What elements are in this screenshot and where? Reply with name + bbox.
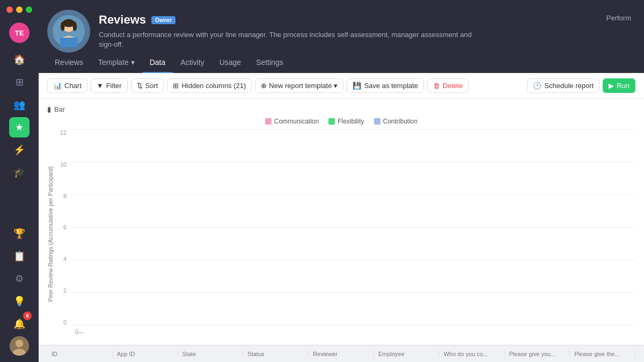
table-col-4: Reviewer xyxy=(309,351,374,357)
filter-icon: ▼ xyxy=(97,82,104,90)
user-avatar-sidebar[interactable]: TE xyxy=(9,23,30,43)
user-avatar-bottom[interactable] xyxy=(10,336,29,356)
chart-inner: 12 10 8 6 4 2 0 xyxy=(58,129,635,338)
header-title-row: Reviews Owner xyxy=(99,13,598,27)
content-area: 📊 Chart ▼ Filter ⇅ Sort ⊞ Hidden columns… xyxy=(39,73,644,362)
sidebar-item-grid[interactable]: ⊞ xyxy=(9,72,30,92)
save-template-button[interactable]: 💾 Save as template xyxy=(347,78,423,93)
header: Reviews Owner Conduct a performance revi… xyxy=(39,0,644,53)
sidebar-item-people[interactable]: 👥 xyxy=(9,95,30,115)
notification-wrap: 🔔 8 xyxy=(9,314,30,334)
svg-point-9 xyxy=(73,21,77,31)
chart-section: ▮ Bar Communication Flexibility Contribu… xyxy=(39,99,644,345)
chevron-down-icon: ▾ xyxy=(131,58,135,67)
sidebar-item-home[interactable]: 🏠 xyxy=(9,49,30,70)
legend-dot-communication xyxy=(265,118,272,125)
owner-badge: Owner xyxy=(151,16,175,24)
schedule-report-button[interactable]: 🕐 Schedule report xyxy=(527,78,599,93)
hidden-columns-button[interactable]: ⊞ Hidden columns (21) xyxy=(167,78,252,93)
run-button[interactable]: ▶ Run xyxy=(603,78,635,93)
sidebar-item-lightbulb[interactable]: 💡 xyxy=(9,291,30,312)
table-col-2: State xyxy=(178,351,244,357)
bar-chart-icon: ▮ xyxy=(47,105,51,113)
sort-button[interactable]: ⇅ Sort xyxy=(131,78,164,93)
traffic-lights xyxy=(0,6,32,13)
traffic-light-yellow[interactable] xyxy=(16,6,23,13)
header-avatar xyxy=(47,10,90,53)
sort-icon: ⇅ xyxy=(137,82,143,90)
tab-settings[interactable]: Settings xyxy=(248,53,291,73)
page-title: Reviews xyxy=(99,13,146,27)
table-col-1: App ID xyxy=(113,351,178,357)
table-col-3: Status xyxy=(243,351,309,357)
sidebar-item-leaderboard[interactable]: 🏆 xyxy=(9,223,30,244)
tab-activity[interactable]: Activity xyxy=(173,53,211,73)
svg-rect-6 xyxy=(60,38,78,47)
save-icon: 💾 xyxy=(353,82,361,90)
run-icon: ▶ xyxy=(609,82,614,90)
svg-point-1 xyxy=(16,339,23,347)
notification-badge: 8 xyxy=(23,312,32,320)
delete-button[interactable]: 🗑 Delete xyxy=(427,78,469,93)
legend-dot-flexibility xyxy=(328,118,335,125)
template-icon: ⊕ xyxy=(261,82,267,90)
grid-lines xyxy=(71,129,635,325)
y-axis-label: Peer Review Ratings (Accumulative per Pa… xyxy=(47,129,54,338)
table-col-8: Please give the... xyxy=(570,351,635,357)
chart-legend: Communication Flexibility Contribution xyxy=(47,118,635,125)
toolbar: 📊 Chart ▼ Filter ⇅ Sort ⊞ Hidden columns… xyxy=(39,73,644,99)
table-col-5: Employee xyxy=(374,351,440,357)
tab-data[interactable]: Data xyxy=(142,53,173,73)
header-right: Perform xyxy=(606,10,631,22)
svg-point-8 xyxy=(61,21,65,31)
main-content: Reviews Owner Conduct a performance revi… xyxy=(39,0,644,362)
delete-icon: 🗑 xyxy=(433,82,440,90)
columns-icon: ⊞ xyxy=(173,82,179,90)
sidebar-item-table[interactable]: 📋 xyxy=(9,246,30,266)
y-labels: 12 10 8 6 4 2 0 xyxy=(58,129,71,325)
tab-template[interactable]: Template ▾ xyxy=(91,53,142,73)
chart-icon: 📊 xyxy=(53,82,62,90)
sidebar-bottom: 🏆 📋 ⚙ 💡 🔔 8 xyxy=(9,223,30,356)
bar-chart-wrap: Peer Review Ratings (Accumulative per Pa… xyxy=(47,129,635,338)
tab-usage[interactable]: Usage xyxy=(212,53,248,73)
bars-container xyxy=(71,129,635,325)
sidebar-item-star[interactable]: ★ xyxy=(9,117,30,137)
filter-button[interactable]: ▼ Filter xyxy=(91,78,128,93)
traffic-light-green[interactable] xyxy=(26,6,32,13)
sidebar: TE 🏠 ⊞ 👥 ★ ⚡ 🎓 🏆 📋 ⚙ 💡 🔔 8 xyxy=(0,0,39,362)
legend-flexibility: Flexibility xyxy=(328,118,364,125)
table-col-7: Please give you... xyxy=(504,351,570,357)
sidebar-item-graduation[interactable]: 🎓 xyxy=(9,162,30,183)
legend-contribution: Contribution xyxy=(374,118,418,125)
nav-tabs: Reviews Template ▾ Data Activity Usage S… xyxy=(39,53,644,73)
report-template-select[interactable]: ⊕ New report template ▾ xyxy=(255,78,343,93)
chart-button[interactable]: 📊 Chart xyxy=(47,78,87,93)
table-col-0: ID xyxy=(47,351,113,357)
sidebar-item-settings[interactable]: ⚙ xyxy=(9,269,30,289)
table-header-strip: IDApp IDStateStatusReviewerEmployeeWho d… xyxy=(39,345,644,362)
legend-dot-contribution xyxy=(374,118,380,125)
x-axis: 0— xyxy=(58,325,635,338)
header-info: Reviews Owner Conduct a performance revi… xyxy=(99,10,598,49)
chart-type-label: ▮ Bar xyxy=(47,105,635,113)
schedule-icon: 🕐 xyxy=(533,82,541,90)
legend-communication: Communication xyxy=(265,118,319,125)
table-col-6: Who do you co... xyxy=(440,351,505,357)
sidebar-item-lightning[interactable]: ⚡ xyxy=(9,140,30,160)
chart-area: 12 10 8 6 4 2 0 xyxy=(58,129,635,325)
traffic-light-red[interactable] xyxy=(6,6,13,13)
tab-reviews[interactable]: Reviews xyxy=(47,53,91,73)
header-description: Conduct a performance review with your l… xyxy=(99,30,474,49)
chevron-icon: ▾ xyxy=(334,82,338,90)
